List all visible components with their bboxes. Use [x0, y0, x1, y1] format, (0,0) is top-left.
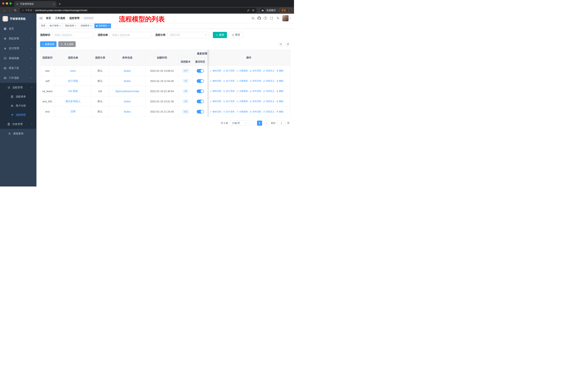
github-icon[interactable] [258, 17, 261, 20]
sidebar-item-leave-query[interactable]: 请假查询 [0, 129, 36, 139]
sidebar-item-process-form[interactable]: 流程表单 [0, 92, 36, 101]
form-info-link[interactable]: biubiu [124, 69, 131, 72]
process-name-link[interactable]: eeee [70, 69, 76, 72]
action-publish-process[interactable]: 发布流程 [250, 100, 261, 103]
help-icon[interactable]: ? [264, 17, 267, 20]
browser-tab[interactable]: 芋道管理系统 × [14, 1, 56, 7]
sidebar-item-process-model[interactable]: 流程模型 [0, 110, 36, 120]
action-process-definition[interactable]: 流程定义 [263, 90, 274, 93]
action-process-definition[interactable]: 流程定义 [263, 110, 274, 113]
process-name-link[interactable]: 测试多审批人 [65, 100, 81, 103]
prev-page-button[interactable]: ‹ [250, 121, 255, 126]
action-assign-rule[interactable]: 分配规则 [236, 69, 248, 72]
sidebar-item-user-group[interactable]: 用户分组 [0, 101, 36, 110]
goto-page-input[interactable] [277, 121, 285, 126]
action-publish-process[interactable]: 发布流程 [250, 80, 261, 82]
form-info-link[interactable]: biubiu [124, 110, 131, 113]
action-assign-rule[interactable]: 分配规则 [236, 80, 248, 82]
action-design-process[interactable]: 设计流程 [223, 90, 235, 93]
password-key-icon[interactable] [247, 9, 250, 12]
action-publish-process[interactable]: 发布流程 [250, 69, 261, 72]
search-button[interactable]: 搜索 [213, 32, 227, 38]
new-tab-button[interactable]: + [59, 2, 61, 6]
sidebar-item-payment[interactable]: ¥ 支付管理 [0, 43, 36, 53]
incognito-profile-chip[interactable]: 无痕模式 [259, 8, 278, 13]
action-edit-process[interactable]: 修改流程 [210, 90, 221, 93]
action-delete[interactable]: 删除 [276, 100, 284, 103]
action-publish-process[interactable]: 发布流程 [250, 90, 261, 93]
active-toggle[interactable] [197, 100, 204, 103]
tag-my-process[interactable]: 我的流程 × [64, 23, 78, 28]
page-number-button[interactable]: 1 [257, 121, 262, 126]
sidebar-item-task-manage[interactable]: 任务管理 [0, 120, 36, 129]
reset-button[interactable]: 重置 [229, 32, 243, 38]
user-avatar[interactable] [282, 15, 289, 21]
action-design-process[interactable]: 设计流程 [223, 110, 235, 113]
window-minimize-button[interactable] [6, 2, 8, 5]
refresh-table-button[interactable] [285, 42, 290, 47]
window-zoom-button[interactable] [10, 2, 12, 5]
action-delete[interactable]: 删除 [276, 80, 284, 82]
action-assign-rule[interactable]: 分配规则 [236, 100, 248, 103]
process-id-input[interactable] [52, 32, 94, 38]
process-name-input[interactable] [110, 32, 151, 38]
sidebar-fold-icon[interactable] [39, 16, 43, 20]
page-size-select[interactable]: 10条/页 ▾ [230, 121, 248, 126]
breadcrumb-home[interactable]: 首页 [46, 17, 51, 20]
active-toggle[interactable] [197, 90, 204, 93]
tag-close-icon[interactable]: × [59, 25, 61, 27]
tag-process-model[interactable]: 流程模型 × [94, 23, 111, 28]
breadcrumb-workflow[interactable]: 工作流程 [55, 17, 65, 20]
tag-close-icon[interactable]: × [108, 25, 110, 27]
action-delete[interactable]: 删除 [276, 90, 284, 93]
create-process-button[interactable]: + 新建流程 [40, 41, 56, 47]
tag-home[interactable]: 首页 [39, 23, 47, 28]
sidebar-item-infra[interactable]: 基础设施 [0, 53, 36, 63]
toggle-search-button[interactable] [278, 42, 284, 47]
action-delete[interactable]: 删除 [276, 110, 284, 113]
fullscreen-icon[interactable] [270, 17, 273, 20]
form-info-link[interactable]: biubiu [124, 80, 131, 82]
search-icon[interactable] [251, 17, 255, 20]
active-toggle[interactable] [197, 79, 204, 83]
action-design-process[interactable]: 设计流程 [223, 69, 235, 72]
action-design-process[interactable]: 设计流程 [223, 80, 235, 82]
sidebar-item-system[interactable]: 系统管理 [0, 34, 36, 43]
process-name-link[interactable]: OA 请假 [68, 90, 78, 93]
sidebar-item-devtools[interactable]: 研发工具 [0, 63, 36, 73]
tag-process-form[interactable]: 流程表单 × [79, 23, 93, 28]
process-name-link[interactable]: 滔博 [71, 110, 76, 113]
action-process-definition[interactable]: 流程定义 [263, 80, 274, 82]
bookmark-star-icon[interactable] [252, 9, 255, 12]
action-process-definition[interactable]: 流程定义 [263, 69, 274, 72]
forward-button[interactable]: → [7, 8, 12, 13]
action-publish-process[interactable]: 发布流程 [250, 110, 261, 113]
action-edit-process[interactable]: 修改流程 [210, 69, 221, 72]
next-page-button[interactable]: › [264, 121, 269, 126]
breadcrumb-process-manage[interactable]: 流程管理 [69, 17, 79, 20]
process-name-link[interactable]: 自己审批 [68, 80, 78, 83]
tab-close-icon[interactable]: × [53, 3, 55, 5]
reload-button[interactable]: ↻ [13, 8, 18, 13]
form-info-link[interactable]: /bpm/oa/leave/create [115, 90, 139, 93]
process-category-select[interactable]: 流程分类 ▾ [167, 32, 209, 38]
action-edit-process[interactable]: 修改流程 [210, 110, 221, 113]
active-toggle[interactable] [197, 69, 204, 73]
back-button[interactable]: ← [2, 8, 7, 13]
action-assign-rule[interactable]: 分配规则 [236, 110, 248, 113]
sidebar-item-workflow[interactable]: 工作流程 [0, 73, 36, 83]
form-info-link[interactable]: biubiu [124, 100, 131, 103]
action-edit-process[interactable]: 修改流程 [210, 80, 221, 82]
browser-menu-icon[interactable]: ⋮ [287, 9, 290, 12]
url-bar[interactable]: ⚠ 不安全 dashboard.yudao.iocoder.cn/bpm/man… [20, 8, 257, 13]
action-edit-process[interactable]: 修改流程 [210, 100, 221, 103]
sidebar-item-process-manage[interactable]: 流程管理 [0, 83, 36, 92]
tag-tenant[interactable]: 租户管理 × [48, 23, 63, 28]
tag-close-icon[interactable]: × [90, 25, 92, 27]
update-button[interactable]: 更新 ⋮ [279, 8, 292, 13]
action-design-process[interactable]: 设计流程 [223, 100, 235, 103]
active-toggle[interactable] [197, 110, 204, 113]
tag-close-icon[interactable]: × [75, 25, 76, 27]
action-delete[interactable]: 删除 [276, 69, 284, 72]
window-close-button[interactable] [2, 2, 4, 5]
